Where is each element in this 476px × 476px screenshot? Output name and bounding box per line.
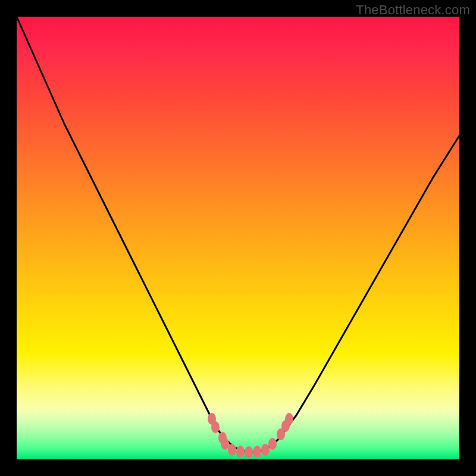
chart-frame: TheBottleneck.com	[0, 0, 476, 476]
marker-dot	[211, 421, 220, 433]
marker-dot	[221, 438, 229, 450]
marker-dot	[285, 413, 293, 425]
chart-svg	[17, 17, 459, 459]
curve-line	[17, 17, 459, 452]
bottom-markers	[208, 413, 293, 458]
watermark-text: TheBottleneck.com	[356, 2, 470, 18]
marker-dot	[228, 444, 236, 456]
plot-area	[17, 17, 459, 459]
marker-dot	[236, 446, 245, 458]
marker-dot	[245, 446, 253, 458]
marker-dot	[268, 438, 277, 450]
marker-dot	[261, 444, 270, 456]
marker-dot	[253, 446, 261, 458]
